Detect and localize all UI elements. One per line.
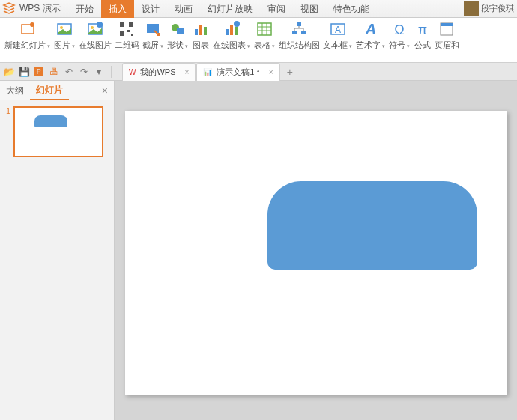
symbol-button[interactable]: Ω 符号▼ [387,19,412,62]
slide-area[interactable] [115,81,517,420]
online-chart-icon [223,20,241,38]
panel-tab-outline[interactable]: 大纲 [0,81,30,100]
menu-tab-slideshow[interactable]: 幻灯片放映 [200,0,260,18]
wordart-icon: A [362,20,380,38]
user-area[interactable]: 段宇俊琪 [464,1,517,16]
shape-icon [169,20,187,38]
equation-button[interactable]: π 公式 [412,19,433,62]
chevron-down-icon: ▼ [46,44,51,49]
menu-tab-animation[interactable]: 动画 [167,0,200,18]
svg-rect-12 [147,24,159,33]
app-logo [0,0,18,18]
slide-thumbnail[interactable] [13,106,103,157]
table-icon [256,20,273,38]
equation-label: 公式 [414,40,431,51]
table-button[interactable]: 表格▼ [253,19,277,62]
textbox-label: 文本框 [323,40,348,49]
presentation-icon: 📊 [203,68,212,76]
panel-close-button[interactable]: × [96,85,114,97]
chart-icon [192,20,210,38]
pdf-icon[interactable]: 🅿 [33,66,45,78]
doc-tab-presentation[interactable]: 📊 演示文稿1 * × [196,63,279,81]
panel-tabs: 大纲 幻灯片 × [0,81,114,100]
svg-rect-10 [127,30,130,32]
panel-tab-slides[interactable]: 幻灯片 [30,81,69,100]
svg-rect-11 [131,34,133,36]
qr-icon [118,20,136,38]
menu-tab-start[interactable]: 开始 [68,0,101,18]
new-slide-button[interactable]: 新建幻灯片▼ [3,19,52,62]
chart-label: 图表 [193,40,209,51]
doc-tab-wps[interactable]: W 我的WPS × [122,63,196,81]
wordart-label: 艺术字 [356,40,381,49]
svg-rect-8 [129,22,133,27]
qr-label: 二维码 [115,40,139,51]
header-button[interactable]: 页眉和 [433,19,461,62]
doc-tab-presentation-label: 演示文稿1 * [217,67,259,78]
doc-tabs: W 我的WPS × 📊 演示文稿1 * × + [122,63,299,81]
menu-tab-design[interactable]: 设计 [134,0,167,18]
thumb-row[interactable]: 1 [4,106,109,157]
svg-rect-18 [226,29,229,35]
org-label: 组织结构图 [279,40,320,51]
chevron-down-icon: ▼ [160,44,164,49]
avatar [464,1,479,16]
rounded-shape[interactable] [267,181,477,270]
new-slide-label: 新建幻灯片 [4,40,46,49]
screenshot-icon [144,20,162,38]
print-icon[interactable]: 🖶 [48,66,60,78]
dropdown-icon[interactable]: ▾ [93,66,105,78]
svg-text:A: A [364,21,375,37]
svg-text:π: π [417,22,426,37]
svg-point-21 [234,21,240,27]
close-icon[interactable]: × [269,68,273,76]
slide-canvas[interactable] [125,111,507,395]
svg-text:A: A [335,25,341,35]
qr-button[interactable]: 二维码 [113,19,141,62]
image-icon [55,20,73,38]
chevron-down-icon: ▼ [71,44,76,49]
menu-tab-review[interactable]: 审阅 [260,0,293,18]
table-label: 表格 [254,40,270,49]
title-bar: WPS 演示 开始 插入 设计 动画 幻灯片放映 审阅 视图 特色功能 段宇俊琪 [0,0,517,18]
chart-button[interactable]: 图表 [190,19,211,62]
svg-point-5 [91,26,94,29]
menu-tab-view[interactable]: 视图 [293,0,326,18]
quick-bar: 📂 💾 🅿 🖶 ↶ ↷ ▾ W 我的WPS × 📊 演示文稿1 * × + [0,63,517,81]
menu-tab-special[interactable]: 特色功能 [326,0,377,18]
doc-tab-wps-label: 我的WPS [140,67,175,78]
svg-point-6 [97,22,103,28]
workspace: 大纲 幻灯片 × 1 [0,81,517,420]
wps-icon: W [129,68,136,76]
menu-tab-insert[interactable]: 插入 [101,0,134,18]
save-icon[interactable]: 💾 [18,66,30,78]
textbox-button[interactable]: A 文本框▼ [321,19,354,62]
svg-point-3 [60,26,63,29]
wordart-button[interactable]: A 艺术字▼ [354,19,387,62]
online-chart-button[interactable]: 在线图表▼ [211,19,253,62]
close-icon[interactable]: × [185,68,190,76]
image-button[interactable]: 图片▼ [52,19,77,62]
chevron-down-icon: ▼ [271,44,276,49]
svg-rect-17 [204,27,207,35]
chevron-down-icon: ▼ [381,44,386,49]
svg-rect-20 [235,27,238,35]
undo-icon[interactable]: ↶ [63,66,75,78]
open-icon[interactable]: 📂 [3,66,15,78]
screenshot-button[interactable]: 截屏▼ [141,19,166,62]
svg-rect-29 [301,31,306,34]
header-icon [438,20,456,38]
svg-rect-36 [441,23,453,26]
online-image-icon [86,20,104,38]
shape-button[interactable]: 形状▼ [166,19,190,62]
svg-rect-14 [177,28,184,34]
new-slide-icon [19,20,37,38]
org-button[interactable]: 组织结构图 [277,19,321,62]
symbol-icon: Ω [390,20,408,38]
online-image-button[interactable]: 在线图片 [77,19,113,62]
redo-icon[interactable]: ↷ [78,66,90,78]
svg-rect-28 [292,31,297,34]
side-panel: 大纲 幻灯片 × 1 [0,81,115,420]
svg-rect-9 [120,31,124,36]
add-tab-button[interactable]: + [281,63,299,81]
